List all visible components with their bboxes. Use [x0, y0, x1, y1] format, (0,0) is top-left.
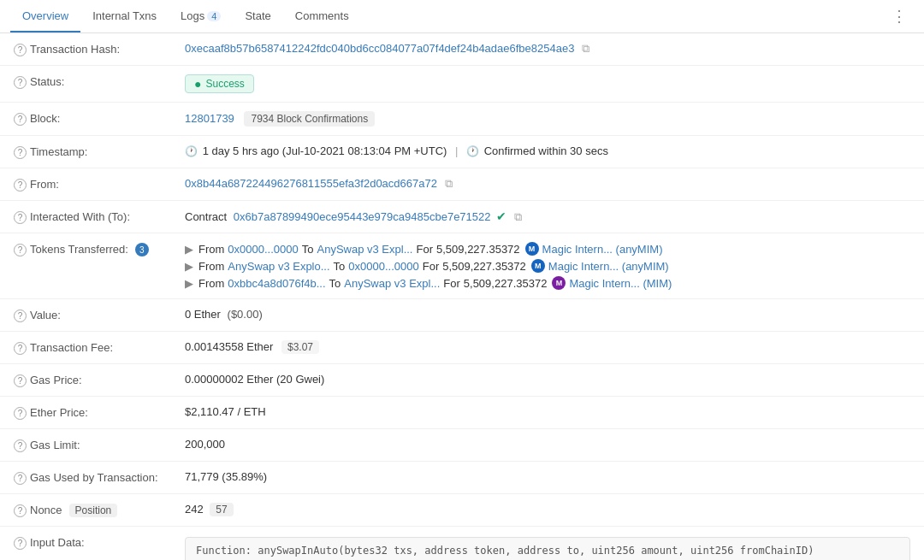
value-value: 0 Ether ($0.00) — [185, 308, 910, 321]
transfer2-to-link[interactable]: 0x0000...0000 — [348, 260, 418, 273]
transfer2-token-link[interactable]: Magic Intern... (anyMIM) — [548, 260, 669, 273]
copy-from-icon[interactable]: ⧉ — [445, 177, 453, 191]
block-row: ? Block: 12801739 7934 Block Confirmatio… — [0, 103, 924, 136]
gas-used-value: 71,779 (35.89%) — [185, 470, 910, 483]
to-address-link[interactable]: 0x6b7a87899490ece95443e979ca9485cbe7e715… — [234, 210, 491, 223]
gas-limit-row: ? Gas Limit: 200,000 — [0, 429, 924, 462]
gas-price-row: ? Gas Price: 0.00000002 Ether (20 Gwei) — [0, 364, 924, 397]
nonce-row: ? Nonce Position 242 57 — [0, 494, 924, 527]
verified-icon: ✔ — [496, 209, 506, 223]
transaction-fee-usd-badge: $3.07 — [281, 340, 319, 354]
tokens-transferred-label: ? Tokens Transferred: 3 — [14, 242, 185, 256]
help-icon-tokens[interactable]: ? — [14, 244, 27, 256]
ether-price-value: $2,110.47 / ETH — [185, 405, 910, 418]
help-icon-fee[interactable]: ? — [14, 342, 27, 355]
ether-price-row: ? Ether Price: $2,110.47 / ETH — [0, 397, 924, 429]
gas-used-label: ? Gas Used by Transaction: — [14, 470, 185, 485]
help-icon-from[interactable]: ? — [14, 179, 27, 192]
help-icon-status[interactable]: ? — [14, 76, 27, 89]
nonce-label: ? Nonce Position — [14, 503, 185, 517]
tokens-badge: 3 — [135, 243, 149, 256]
status-row: ? Status: ● Success — [0, 66, 924, 103]
ether-price-label: ? Ether Price: — [14, 405, 185, 420]
transfer2-amount: 5,509,227.35372 — [442, 260, 526, 273]
transfer1-token-link[interactable]: Magic Intern... (anyMIM) — [542, 243, 663, 256]
tab-state[interactable]: State — [233, 1, 282, 32]
value-row: ? Value: 0 Ether ($0.00) — [0, 299, 924, 332]
help-icon-timestamp[interactable]: ? — [14, 146, 27, 159]
arrow-icon: ▶ — [185, 277, 193, 290]
help-icon-gas-price[interactable]: ? — [14, 374, 27, 387]
transfer2-from-link[interactable]: AnySwap v3 Explo... — [228, 260, 329, 273]
help-icon-ether-price[interactable]: ? — [14, 407, 27, 420]
from-row: ? From: 0x8b44a687224496276811555efa3f2d… — [0, 168, 924, 201]
help-icon-input-data[interactable]: ? — [14, 537, 27, 550]
interacted-with-value: Contract 0x6b7a87899490ece95443e979ca948… — [185, 209, 910, 224]
timestamp-value: 🕐 1 day 5 hrs ago (Jul-10-2021 08:13:04 … — [185, 144, 910, 157]
interacted-with-row: ? Interacted With (To): Contract 0x6b7a8… — [0, 201, 924, 233]
timestamp-row: ? Timestamp: 🕐 1 day 5 hrs ago (Jul-10-2… — [0, 136, 924, 168]
nonce-position-badge: Position — [69, 504, 118, 517]
token-transfer-3: ▶ From 0xbbc4a8d076f4b... To AnySwap v3 … — [185, 276, 910, 290]
token3-icon: M — [552, 276, 566, 290]
confirm-clock-icon: 🕐 — [466, 145, 479, 157]
help-icon-gas-used[interactable]: ? — [14, 472, 27, 485]
block-number-link[interactable]: 12801739 — [185, 112, 234, 125]
gas-used-row: ? Gas Used by Transaction: 71,779 (35.89… — [0, 462, 924, 494]
gas-price-label: ? Gas Price: — [14, 373, 185, 387]
transfer1-to-link[interactable]: AnySwap v3 Expl... — [317, 243, 412, 256]
tab-logs[interactable]: Logs4 — [169, 1, 233, 32]
timestamp-label: ? Timestamp: — [14, 144, 185, 159]
block-value: 12801739 7934 Block Confirmations — [185, 111, 910, 127]
transaction-hash-row: ? Transaction Hash: 0xecaaf8b57b65874122… — [0, 33, 924, 66]
gas-limit-label: ? Gas Limit: — [14, 438, 185, 452]
transaction-hash-value: 0xecaaf8b57b6587412242fdc040bd6cc084077a… — [185, 42, 910, 56]
input-data-box: Function: anySwapInAuto(bytes32 txs, add… — [185, 537, 910, 560]
transfer1-from-link[interactable]: 0x0000...0000 — [228, 243, 298, 256]
from-address-link[interactable]: 0x8b44a687224496276811555efa3f2d0acd667a… — [185, 177, 437, 190]
tab-internal-txns[interactable]: Internal Txns — [80, 1, 169, 32]
copy-to-icon[interactable]: ⧉ — [514, 210, 522, 224]
status-value: ● Success — [185, 74, 910, 93]
token-transfer-1: ▶ From 0x0000...0000 To AnySwap v3 Expl.… — [185, 242, 910, 256]
help-icon-block[interactable]: ? — [14, 113, 27, 126]
value-label: ? Value: — [14, 308, 185, 322]
nonce-value: 242 57 — [185, 503, 910, 516]
block-label: ? Block: — [14, 111, 185, 126]
help-icon-tx-hash[interactable]: ? — [14, 44, 27, 56]
more-options-button[interactable]: ⋮ — [885, 0, 914, 32]
token-transfer-2: ▶ From AnySwap v3 Explo... To 0x0000...0… — [185, 259, 910, 273]
from-value: 0x8b44a687224496276811555efa3f2d0acd667a… — [185, 177, 910, 191]
help-icon-nonce[interactable]: ? — [14, 504, 27, 517]
status-label: ? Status: — [14, 74, 185, 89]
input-data-label: ? Input Data: — [14, 535, 185, 550]
clock-icon: 🕐 — [185, 145, 198, 157]
input-data-value: Function: anySwapInAuto(bytes32 txs, add… — [185, 535, 910, 560]
transfer1-amount: 5,509,227.35372 — [436, 243, 520, 256]
help-icon-to[interactable]: ? — [14, 211, 27, 224]
transaction-fee-value: 0.00143558 Ether $3.07 — [185, 340, 910, 354]
transaction-hash-label: ? Transaction Hash: — [14, 42, 185, 56]
overview-content: ? Transaction Hash: 0xecaaf8b57b65874122… — [0, 33, 924, 560]
token1-icon: M — [525, 242, 539, 256]
tx-hash-link[interactable]: 0xecaaf8b57b6587412242fdc040bd6cc084077a… — [185, 42, 574, 55]
transaction-page: Overview Internal Txns Logs4 State Comme… — [0, 0, 924, 560]
transaction-fee-label: ? Transaction Fee: — [14, 340, 185, 355]
gas-limit-value: 200,000 — [185, 438, 910, 451]
copy-tx-hash-icon[interactable]: ⧉ — [582, 42, 589, 56]
tab-comments[interactable]: Comments — [283, 1, 361, 32]
tab-overview[interactable]: Overview — [10, 1, 80, 32]
tokens-transferred-row: ? Tokens Transferred: 3 ▶ From 0x0000...… — [0, 233, 924, 299]
transfer3-from-link[interactable]: 0xbbc4a8d076f4b... — [228, 277, 325, 290]
input-data-row: ? Input Data: Function: anySwapInAuto(by… — [0, 527, 924, 560]
from-label: ? From: — [14, 177, 185, 192]
transfer3-to-link[interactable]: AnySwap v3 Expl... — [344, 277, 440, 290]
help-icon-value[interactable]: ? — [14, 309, 27, 322]
token2-icon: M — [531, 259, 545, 273]
arrow-icon: ▶ — [185, 243, 193, 256]
transfer3-amount: 5,509,227.35372 — [464, 277, 548, 290]
transfer3-token-link[interactable]: Magic Intern... (MIM) — [569, 277, 672, 290]
help-icon-gas-limit[interactable]: ? — [14, 439, 27, 452]
arrow-icon: ▶ — [185, 260, 193, 273]
interacted-with-label: ? Interacted With (To): — [14, 209, 185, 224]
